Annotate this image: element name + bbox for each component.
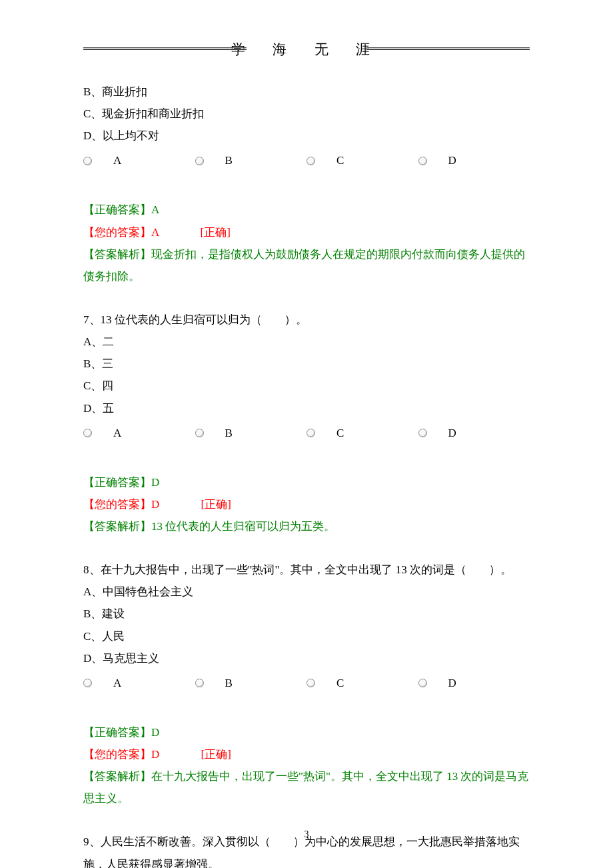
q6-your-answer: 【您的答案】A [83, 226, 159, 239]
radio-icon [195, 679, 204, 687]
q7-radio-a[interactable]: A [83, 422, 195, 445]
q7-status: [正确] [201, 493, 231, 515]
q7-correct-answer: 【正确答案】D [83, 471, 530, 493]
radio-label: A [113, 672, 121, 695]
radio-label: A [113, 422, 121, 445]
q8-radio-c[interactable]: C [306, 672, 418, 695]
radio-label: B [225, 149, 233, 172]
q6-your-answer-line: 【您的答案】A [正确] [83, 221, 530, 243]
radio-label: B [225, 422, 233, 445]
radio-icon [195, 429, 204, 437]
q7-radio-d[interactable]: D [418, 422, 530, 445]
q8-radio-a[interactable]: A [83, 672, 195, 695]
q8-explanation: 【答案解析】在十九大报告中，出现了一些"热词"。其中，全文中出现了 13 次的词… [83, 765, 530, 809]
q8-option-a: A、中国特色社会主义 [83, 581, 530, 603]
q6-option-b: B、商业折扣 [83, 81, 530, 103]
q7-option-d: D、五 [83, 397, 530, 419]
radio-label: D [448, 672, 456, 695]
q8-option-b: B、建设 [83, 603, 530, 625]
radio-label: D [448, 422, 456, 445]
q7-option-b: B、三 [83, 353, 530, 375]
radio-icon [306, 429, 315, 437]
radio-icon [83, 679, 92, 687]
radio-icon [306, 679, 315, 687]
q7-option-a: A、二 [83, 331, 530, 353]
radio-icon [83, 429, 92, 437]
q8-status: [正确] [201, 743, 231, 765]
q8-radio-b[interactable]: B [195, 672, 307, 695]
q8-answer-block: 【正确答案】D 【您的答案】D [正确] 【答案解析】在十九大报告中，出现了一些… [83, 721, 530, 810]
q8-radio-d[interactable]: D [418, 672, 530, 695]
header-rule-left [83, 49, 247, 50]
q6-answer-block: 【正确答案】A 【您的答案】A [正确] 【答案解析】现金折扣，是指债权人为鼓励… [83, 199, 530, 287]
header-rule-right [366, 49, 530, 50]
radio-label: D [448, 149, 456, 172]
radio-label: B [225, 672, 233, 695]
q8-radio-group: A B C D [83, 672, 530, 695]
q6-correct-answer: 【正确答案】A [83, 199, 530, 221]
q8-correct-answer: 【正确答案】D [83, 721, 530, 743]
q6-option-d: D、以上均不对 [83, 125, 530, 147]
radio-icon [418, 157, 427, 165]
radio-icon [306, 157, 315, 165]
q6-radio-group: A B C D [83, 149, 530, 172]
q6-radio-d[interactable]: D [418, 149, 530, 172]
q7-radio-group: A B C D [83, 422, 530, 445]
q7-radio-b[interactable]: B [195, 422, 307, 445]
radio-label: C [336, 672, 344, 695]
q8-option-d: D、马克思主义 [83, 647, 530, 669]
radio-icon [83, 157, 92, 165]
radio-label: C [336, 149, 344, 172]
page-header: 学 海 无 涯 [83, 40, 530, 59]
q7-answer-block: 【正确答案】D 【您的答案】D [正确] 【答案解析】13 位代表的人生归宿可以… [83, 471, 530, 537]
q6-radio-a[interactable]: A [83, 149, 195, 172]
radio-icon [195, 157, 204, 165]
q6-status: [正确] [201, 221, 231, 243]
q7-your-answer: 【您的答案】D [83, 498, 159, 511]
q6-explanation: 【答案解析】现金折扣，是指债权人为鼓励债务人在规定的期限内付款而向债务人提供的债… [83, 243, 530, 287]
q6-radio-b[interactable]: B [195, 149, 307, 172]
q7-your-answer-line: 【您的答案】D [正确] [83, 493, 530, 515]
radio-label: C [336, 422, 344, 445]
radio-icon [418, 429, 427, 437]
q8-question: 8、在十九大报告中，出现了一些"热词"。其中，全文中出现了 13 次的词是（ ）… [83, 559, 530, 581]
q6-option-c: C、现金折扣和商业折扣 [83, 103, 530, 125]
q7-radio-c[interactable]: C [306, 422, 418, 445]
q7-option-c: C、四 [83, 375, 530, 397]
q7-question: 7、13 位代表的人生归宿可以归为（ ）。 [83, 309, 530, 331]
q8-your-answer-line: 【您的答案】D [正确] [83, 743, 530, 765]
q8-option-c: C、人民 [83, 625, 530, 647]
radio-icon [418, 679, 427, 687]
radio-label: A [113, 149, 121, 172]
page-number: 3 [0, 829, 613, 840]
q8-your-answer: 【您的答案】D [83, 748, 159, 761]
q7-explanation: 【答案解析】13 位代表的人生归宿可以归为五类。 [83, 515, 530, 537]
q6-radio-c[interactable]: C [306, 149, 418, 172]
